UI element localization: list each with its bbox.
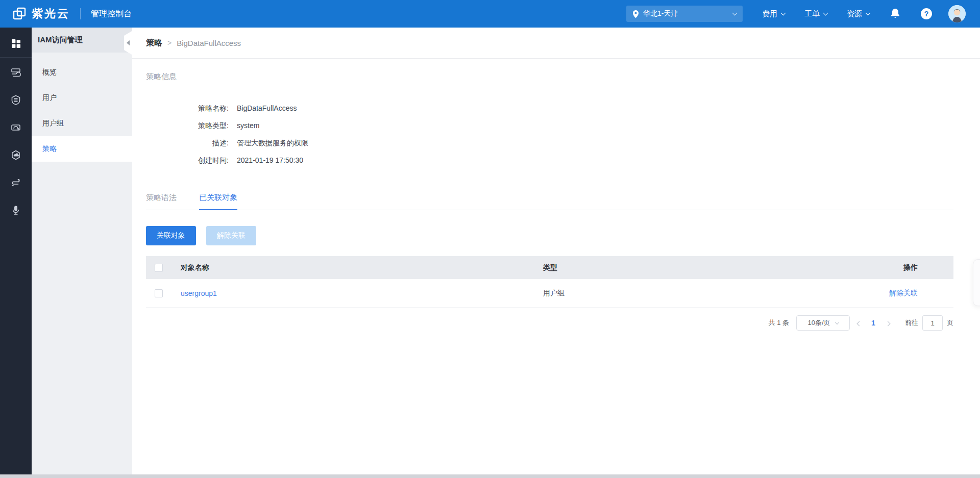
page-size-select[interactable]: 10条/页 (796, 315, 850, 331)
sidebar-title: IAM访问管理 (32, 28, 132, 53)
column-header-type: 类型 (543, 263, 864, 272)
menu-resources-label: 资源 (847, 9, 862, 19)
breadcrumb-separator: > (167, 39, 172, 47)
hexagon-cloud-icon[interactable] (0, 144, 32, 166)
column-header-action: 操作 (864, 263, 953, 272)
service-icon-rail (0, 28, 32, 478)
info-label: 描述: (146, 138, 229, 148)
page-size-label: 10条/页 (807, 318, 830, 328)
object-name-link[interactable]: usergroup1 (181, 289, 217, 297)
region-selector[interactable]: 华北1-天津 (626, 6, 743, 22)
table-row: usergroup1 用户组 解除关联 (146, 279, 953, 308)
sidebar-item-label: 策略 (42, 144, 57, 154)
current-page[interactable]: 1 (866, 319, 880, 327)
associated-objects-table: 对象名称 类型 操作 usergroup1 用户组 解除关联 (146, 256, 953, 308)
goto-label: 前往 (905, 318, 918, 328)
collapse-arrow-icon (127, 40, 130, 45)
row-name-cell: usergroup1 (181, 289, 543, 297)
microphone-icon[interactable] (0, 199, 32, 221)
sidebar-item-users[interactable]: 用户 (32, 85, 132, 111)
chevron-down-icon (835, 320, 839, 324)
section-title: 策略信息 (146, 72, 953, 82)
tab-policy-syntax[interactable]: 策略语法 (146, 193, 177, 210)
topbar-divider (80, 8, 81, 19)
detach-row-link[interactable]: 解除关联 (889, 289, 918, 297)
next-page-button[interactable] (880, 319, 895, 327)
row-checkbox-cell (146, 289, 181, 297)
notification-bell-icon[interactable] (890, 8, 900, 19)
sidebar-item-overview[interactable]: 概览 (32, 60, 132, 85)
info-value: 管理大数据服务的权限 (237, 138, 308, 148)
sidebar-item-usergroups[interactable]: 用户组 (32, 111, 132, 136)
rail-divider (0, 57, 32, 58)
row-action-cell: 解除关联 (864, 289, 953, 298)
policy-info: 策略名称: BigDataFullAccess 策略类型: system 描述:… (146, 103, 953, 172)
brand-logo-icon (12, 7, 27, 21)
info-row-description: 描述: 管理大数据服务的权限 (146, 138, 953, 155)
topbar-right: 华北1-天津 费用 工单 资源 ? (626, 5, 980, 22)
goto-page-input[interactable] (922, 315, 943, 331)
sidebar-item-policies[interactable]: 策略 (32, 136, 132, 162)
edge-floating-widget[interactable] (973, 259, 980, 306)
chevron-down-icon (866, 11, 871, 16)
console-title[interactable]: 管理控制台 (91, 9, 132, 19)
info-value: system (237, 120, 259, 131)
topbar: 紫光云 管理控制台 华北1-天津 费用 工单 资源 ? (0, 0, 980, 28)
page-body: 策略信息 策略名称: BigDataFullAccess 策略类型: syste… (132, 72, 980, 331)
winding-path-icon[interactable] (0, 172, 32, 193)
row-checkbox[interactable] (155, 289, 163, 297)
security-shield-icon[interactable] (0, 89, 32, 111)
server-stack-icon[interactable] (0, 62, 32, 83)
info-label: 创建时间: (146, 155, 229, 165)
help-icon[interactable]: ? (921, 8, 932, 19)
info-row-name: 策略名称: BigDataFullAccess (146, 103, 953, 120)
info-label: 策略名称: (146, 103, 229, 113)
goto-page: 前往 页 (905, 315, 953, 331)
info-row-created: 创建时间: 2021-01-19 17:50:30 (146, 155, 953, 172)
menu-billing[interactable]: 费用 (762, 9, 785, 19)
tabs: 策略语法 已关联对象 (146, 193, 953, 210)
breadcrumb-current: BigDataFullAccess (177, 39, 241, 47)
location-pin-icon (632, 10, 639, 18)
pagination: 共 1 条 10条/页 1 前往 页 (146, 315, 953, 331)
menu-resources[interactable]: 资源 (847, 9, 870, 19)
column-header-name: 对象名称 (181, 263, 543, 272)
breadcrumb-root[interactable]: 策略 (146, 38, 162, 48)
menu-tickets[interactable]: 工单 (804, 9, 827, 19)
sidebar: IAM访问管理 概览 用户 用户组 策略 (32, 28, 132, 478)
pagination-total: 共 1 条 (769, 318, 789, 328)
chevron-down-icon (823, 11, 828, 16)
sidebar-menu: 概览 用户 用户组 策略 (32, 60, 132, 162)
chevron-down-icon (781, 11, 786, 16)
brand-logo[interactable]: 紫光云 (12, 6, 70, 21)
prev-page-button[interactable] (852, 319, 866, 327)
storage-drive-icon[interactable] (0, 117, 32, 138)
sidebar-item-label: 用户组 (42, 119, 64, 128)
toolbar: 关联对象 解除关联 (146, 226, 953, 245)
tab-associated-objects[interactable]: 已关联对象 (199, 193, 237, 210)
header-checkbox-cell (146, 263, 181, 272)
region-label: 华北1-天津 (643, 9, 678, 18)
pager: 1 (852, 319, 895, 327)
info-row-type: 策略类型: system (146, 120, 953, 138)
info-value: BigDataFullAccess (237, 103, 297, 113)
select-all-checkbox[interactable] (155, 264, 163, 272)
apps-grid-icon[interactable] (0, 33, 32, 54)
breadcrumb: 策略 > BigDataFullAccess (132, 28, 980, 59)
avatar[interactable] (948, 5, 966, 22)
associate-object-button[interactable]: 关联对象 (146, 226, 196, 245)
menu-billing-label: 费用 (762, 9, 777, 19)
brand-logo-text: 紫光云 (32, 6, 70, 21)
sidebar-item-label: 概览 (42, 68, 57, 77)
help-glyph: ? (924, 10, 929, 18)
info-value: 2021-01-19 17:50:30 (237, 155, 303, 165)
horizontal-scrollbar-track[interactable] (0, 474, 980, 478)
chevron-down-icon (732, 11, 738, 16)
sidebar-item-label: 用户 (42, 93, 57, 103)
table-header-row: 对象名称 类型 操作 (146, 256, 953, 279)
detach-button[interactable]: 解除关联 (206, 226, 256, 245)
main-content: 策略 > BigDataFullAccess 策略信息 策略名称: BigDat… (132, 28, 980, 478)
info-label: 策略类型: (146, 120, 229, 131)
menu-tickets-label: 工单 (804, 9, 820, 19)
row-type-cell: 用户组 (543, 289, 864, 298)
